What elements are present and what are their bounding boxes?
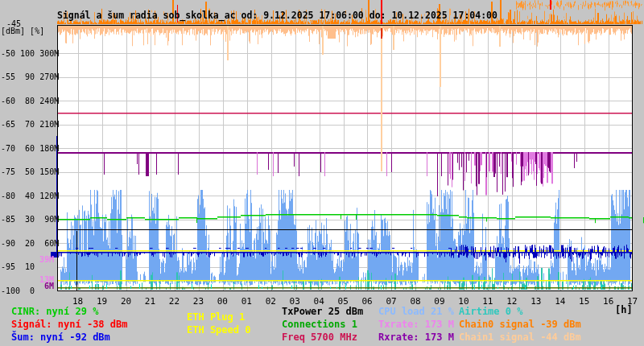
legend-airtime: Airtime 0 % <box>459 306 522 317</box>
y-axis-row: -65 70 210M <box>1 120 59 129</box>
y-axis-row: -90 20 60M <box>1 239 59 248</box>
legend-txrate: Txrate: 173 M <box>378 319 454 330</box>
legend-eth-plug: ETH Plug 1 <box>187 311 245 323</box>
x-tick-label: 23 <box>193 296 204 307</box>
rate-marker-6m: 6M <box>44 282 54 290</box>
x-tick-label: 06 <box>361 296 372 307</box>
x-tick-label: 14 <box>555 296 565 307</box>
legend-signal: Signál: nyní -38 dBm <box>11 319 128 330</box>
rate-marker-39m: 39M <box>39 255 54 264</box>
y-axis-row: -100 0 <box>1 286 35 295</box>
x-tick-label: 02 <box>266 296 276 307</box>
y-axis-row: -55 90 270M <box>1 72 59 81</box>
x-tick-label: 15 <box>579 296 589 307</box>
legend-rxrate: Rxrate: 173 M <box>378 332 454 343</box>
y-axis-row: -50 100 300M <box>1 49 59 58</box>
legend-eth-speed: ETH Speed 0 <box>187 324 250 336</box>
graph-title: Signál a šum radia sob_skolka_ac od: 9.1… <box>57 10 497 21</box>
graph-page: Signál a šum radia sob_skolka_ac od: 9.1… <box>0 0 644 346</box>
x-tick-label: 01 <box>242 296 252 307</box>
x-tick-label: 16 <box>603 296 613 307</box>
x-tick-label: 13 <box>530 296 541 307</box>
y-axis-row: -60 80 240M <box>1 97 59 105</box>
x-tick-label: 22 <box>169 296 180 307</box>
legend-cpu-load: CPU load 21 % <box>378 306 454 317</box>
y-axis-row: -80 40 120M <box>1 192 59 200</box>
y-axis-row: -75 50 150M <box>1 167 59 176</box>
x-tick-label: 00 <box>217 296 228 307</box>
legend-connections: Connections 1 <box>282 319 357 330</box>
legend-freq: Freq 5700 MHz <box>282 332 357 343</box>
legend-chain1: Chain1 signal -44 dBm <box>459 332 581 343</box>
legend-noise: Šum: nyní -92 dBm <box>11 332 110 343</box>
legend-cinr: CINR: nyní 29 % <box>11 306 98 317</box>
signal-noise-graph-canvas <box>0 0 644 346</box>
legend-txpower: TxPower 25 dBm <box>282 306 363 317</box>
y-axis-row: -70 60 180M <box>1 144 59 153</box>
legend-chain0: Chain0 signal -39 dBm <box>459 319 581 330</box>
y-axis-units: [dBm] [%] <box>1 27 44 35</box>
y-axis-row: -85 30 90M <box>1 215 59 224</box>
x-axis-unit-label: [h] <box>615 304 633 315</box>
x-tick-label: 21 <box>145 296 155 307</box>
y-axis-row: -95 10 <box>1 262 35 271</box>
x-tick-label: 20 <box>121 296 131 307</box>
